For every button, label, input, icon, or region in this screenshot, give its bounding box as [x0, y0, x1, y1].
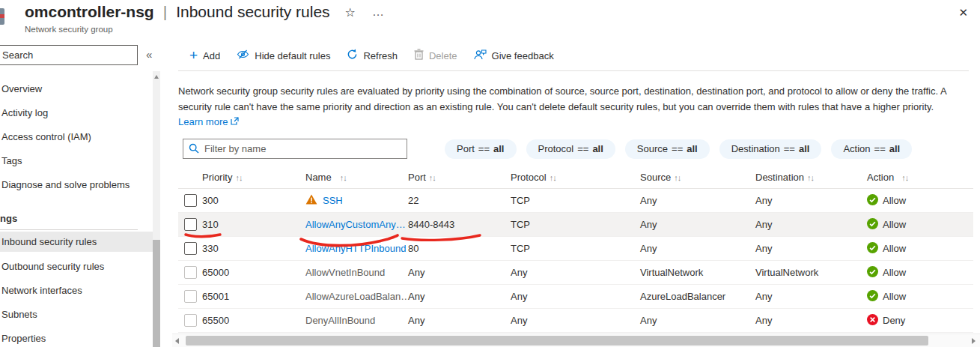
rule-name-link[interactable]: AllowAnyHTTPInbound [305, 243, 406, 254]
horizontal-scrollbar[interactable] [172, 334, 980, 347]
toolbar: + Add Hide default rules Refresh Delete [178, 43, 980, 67]
sidebar-item-subnets[interactable]: Subnets [0, 302, 153, 326]
column-header-protocol[interactable]: Protocol↑↓ [511, 172, 640, 183]
rule-name[interactable]: AllowAzureLoadBalan… [305, 291, 408, 302]
sort-icon: ↑↓ [807, 173, 814, 182]
action-label: Allow [883, 267, 906, 278]
rule-name-link[interactable]: SSH [323, 195, 343, 206]
column-header-source[interactable]: Source↑↓ [640, 172, 755, 183]
sidebar-scrollbar[interactable] [153, 71, 160, 347]
allow-status-icon [867, 266, 878, 280]
deny-status-icon [867, 314, 878, 328]
row-checkbox[interactable] [184, 314, 197, 327]
scrollbar-right-arrow-icon[interactable] [972, 338, 976, 344]
title-separator: | [162, 3, 168, 21]
feedback-icon [474, 49, 487, 62]
give-feedback-button[interactable]: Give feedback [474, 49, 554, 62]
main-content: + Add Hide default rules Refresh Delete [178, 43, 980, 347]
sidebar-item-tags[interactable]: Tags [0, 148, 153, 172]
filter-by-name-input[interactable] [183, 139, 407, 159]
rule-name[interactable]: DenyAllInBound [305, 315, 375, 326]
page-subtitle-section: Inbound security rules [176, 3, 329, 21]
column-header-action[interactable]: Action↑↓ [867, 172, 973, 183]
action-label: Allow [883, 195, 906, 206]
external-link-icon [231, 116, 239, 127]
allow-status-icon [867, 290, 878, 304]
row-checkbox[interactable] [184, 290, 197, 303]
row-checkbox[interactable] [184, 242, 197, 255]
allow-status-icon [867, 194, 878, 208]
filter-pill-source[interactable]: Source==all [625, 139, 710, 159]
column-header-port[interactable]: Port↑↓ [408, 172, 511, 183]
sidebar: « Overview Activity log Access control (… [0, 43, 162, 347]
add-button[interactable]: + Add [189, 49, 220, 62]
table-row[interactable]: 310 AllowAnyCustomAnyI… 8440-8443 TCP An… [178, 213, 973, 237]
sidebar-divider [0, 229, 138, 230]
rule-name-link[interactable]: AllowAnyCustomAnyI… [305, 219, 408, 230]
more-menu-icon[interactable]: … [372, 5, 385, 19]
table-row[interactable]: 65001 AllowAzureLoadBalan… Any Any Azure… [178, 285, 973, 309]
plus-icon: + [189, 48, 198, 62]
filter-bar: Port==all Protocol==all Source==all Dest… [183, 139, 980, 159]
toolbar-divider [178, 70, 969, 71]
sidebar-item-network-interfaces[interactable]: Network interfaces [0, 278, 153, 302]
sidebar-item-overview[interactable]: Overview [0, 76, 153, 100]
filter-pill-destination[interactable]: Destination==all [719, 139, 822, 159]
collapse-sidebar-icon[interactable]: « [146, 48, 152, 61]
search-input[interactable] [0, 45, 138, 65]
sidebar-item-diagnose[interactable]: Diagnose and solve problems [0, 172, 153, 196]
scrollbar-up-arrow-icon[interactable] [153, 71, 160, 82]
favorite-star-icon[interactable]: ☆ [345, 5, 356, 19]
sort-icon: ↑↓ [901, 173, 908, 182]
hide-default-rules-button[interactable]: Hide default rules [237, 49, 330, 62]
table-row[interactable]: 300 SSH 22 TCP Any Any Allow [178, 189, 973, 213]
allow-status-icon [867, 218, 878, 232]
scrollbar-left-arrow-icon[interactable] [175, 338, 179, 344]
close-icon[interactable]: ✕ [958, 6, 968, 19]
sidebar-item-properties[interactable]: Properties [0, 326, 153, 347]
search-icon [189, 143, 199, 157]
allow-status-icon [867, 242, 878, 256]
scrollbar-thumb[interactable] [153, 240, 160, 347]
column-header-name[interactable]: Name↑↓ [305, 172, 408, 183]
row-checkbox[interactable] [184, 266, 197, 279]
sidebar-item-activity-log[interactable]: Activity log [0, 100, 153, 124]
page-header: omcontroller-nsg | Inbound security rule… [0, 0, 980, 42]
delete-button[interactable]: Delete [414, 49, 457, 62]
refresh-icon [347, 49, 358, 62]
filter-pill-port[interactable]: Port==all [445, 139, 517, 159]
filter-pill-protocol[interactable]: Protocol==all [526, 139, 615, 159]
refresh-button[interactable]: Refresh [347, 49, 398, 62]
table-row[interactable]: 65000 AllowVnetInBound Any Any VirtualNe… [178, 261, 973, 285]
page-description: Network security group security rules ar… [178, 84, 970, 115]
column-header-priority[interactable]: Priority↑↓ [202, 172, 305, 183]
sort-icon: ↑↓ [429, 173, 436, 182]
action-label: Allow [883, 243, 906, 254]
sidebar-item-access-control[interactable]: Access control (IAM) [0, 124, 153, 148]
sidebar-nav: Overview Activity log Access control (IA… [0, 76, 153, 347]
filter-pill-action[interactable]: Action==all [831, 139, 912, 159]
rules-table: Priority↑↓ Name↑↓ Port↑↓ Protocol↑↓ Sour… [178, 166, 973, 333]
learn-more-link[interactable]: Learn more [178, 116, 239, 127]
column-header-destination[interactable]: Destination↑↓ [755, 172, 867, 183]
row-checkbox[interactable] [184, 194, 197, 207]
sort-icon: ↑↓ [550, 173, 556, 182]
scrollbar-thumb[interactable] [186, 336, 928, 346]
rule-name[interactable]: AllowVnetInBound [305, 267, 385, 278]
table-row[interactable]: 65500 DenyAllInBound Any Any Any Any Den… [178, 309, 973, 333]
sidebar-item-outbound-rules[interactable]: Outbound security rules [0, 254, 153, 278]
sort-icon: ↑↓ [235, 173, 242, 182]
sidebar-item-inbound-rules[interactable]: Inbound security rules [0, 232, 153, 252]
sidebar-section-settings: ngs [0, 207, 153, 229]
resource-icon [0, 8, 4, 25]
trash-icon [414, 49, 424, 62]
resource-type-label: Network security group [25, 25, 113, 34]
sort-icon: ↑↓ [674, 173, 681, 182]
action-label: Deny [883, 315, 905, 326]
action-label: Allow [883, 219, 906, 230]
page-title: omcontroller-nsg [25, 3, 154, 21]
row-checkbox[interactable] [184, 218, 197, 231]
action-label: Allow [883, 291, 906, 302]
sort-icon: ↑↓ [340, 173, 347, 182]
table-row[interactable]: 330 AllowAnyHTTPInbound 80 TCP Any Any A… [178, 237, 973, 261]
